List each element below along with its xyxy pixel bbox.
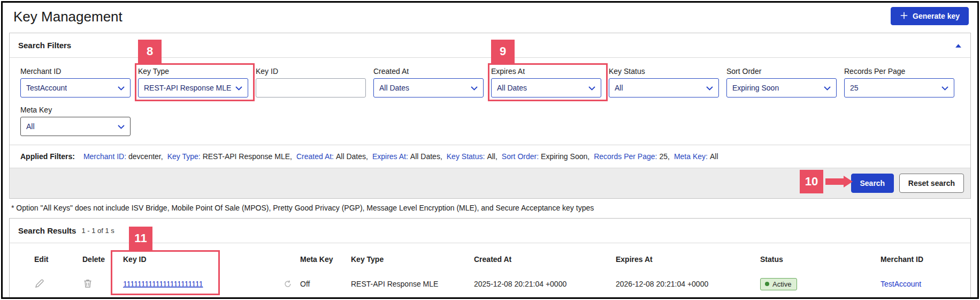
filter-sort-order: Sort Order Expiring Soon xyxy=(726,66,837,98)
records-per-page-label: Records Per Page xyxy=(844,66,954,76)
chevron-down-icon xyxy=(235,83,242,93)
key-type-cell: REST-API Response MLE xyxy=(350,280,473,288)
all-keys-footnote: * Option "All Keys" does not include ISV… xyxy=(11,203,969,213)
search-filters-title: Search Filters xyxy=(18,41,71,50)
expires-at-label: Expires At xyxy=(491,66,601,76)
applied-filter-value: Expiring Soon, xyxy=(541,152,589,161)
applied-filter-label: Meta Key: xyxy=(674,152,708,161)
applied-filter-label: Key Type: xyxy=(167,152,201,161)
expires-at-cell: 2026-12-08 20:21:04 +0000 xyxy=(615,280,759,288)
merchant-id-cell: TestAccount xyxy=(879,280,970,288)
chevron-down-icon xyxy=(118,122,125,131)
meta-key-cell: Off xyxy=(299,280,350,288)
applied-filter-value: devcenter, xyxy=(128,152,163,161)
chevron-down-icon xyxy=(941,83,948,93)
merchant-id-link[interactable]: TestAccount xyxy=(881,280,921,288)
status-badge: Active xyxy=(760,278,797,290)
applied-filter-value: All xyxy=(710,152,718,161)
chevron-down-icon xyxy=(118,83,125,93)
column-header-created-at: Created At xyxy=(473,255,615,264)
applied-filter-label: Created At: xyxy=(296,152,334,161)
pencil-icon xyxy=(34,282,45,290)
filter-row-1: Merchant ID TestAccount Key Type REST-AP… xyxy=(20,66,963,98)
applied-filter-value: 25, xyxy=(659,152,669,161)
applied-filter-value: All Dates, xyxy=(336,152,368,161)
filter-row-2: Meta Key All xyxy=(20,105,963,136)
sort-order-select[interactable]: Expiring Soon xyxy=(726,78,837,98)
generate-key-label: Generate key xyxy=(913,12,960,20)
column-header-status: Status xyxy=(759,255,879,264)
table-header-row: Edit Delete Key ID Meta Key Key Type Cre… xyxy=(10,243,970,270)
key-type-select[interactable]: REST-API Response MLE xyxy=(138,78,248,98)
applied-filter-label: Expires At: xyxy=(372,152,408,161)
applied-filter-label: Key Status: xyxy=(447,152,485,161)
search-filters-header[interactable]: Search Filters xyxy=(10,33,970,58)
column-header-expires-at: Expires At xyxy=(615,255,759,264)
sort-order-label: Sort Order xyxy=(726,66,837,76)
filter-merchant-id: Merchant ID TestAccount xyxy=(20,66,131,98)
filter-created-at: Created At All Dates xyxy=(373,66,484,98)
records-per-page-select[interactable]: 25 xyxy=(844,78,954,98)
column-header-edit: Edit xyxy=(18,255,66,264)
table-row: 1111111111111111111111 Off REST-API Resp… xyxy=(10,270,970,298)
search-results-title: Search Results xyxy=(18,226,76,235)
key-id-cell: 1111111111111111111111 xyxy=(114,280,275,288)
expires-at-select[interactable]: All Dates xyxy=(491,78,601,98)
applied-filter-label: Merchant ID: xyxy=(83,152,126,161)
edit-button[interactable] xyxy=(34,278,45,289)
merchant-id-label: Merchant ID xyxy=(20,66,131,76)
column-header-delete: Delete xyxy=(66,255,114,264)
key-management-page: Key Management Generate key Search Filte… xyxy=(1,1,979,299)
key-type-label: Key Type xyxy=(138,66,248,76)
filter-key-status: Key Status All xyxy=(609,66,719,98)
filter-key-id: Key ID xyxy=(256,66,366,98)
trash-icon xyxy=(82,282,93,290)
rotate-cell xyxy=(275,279,299,289)
delete-cell xyxy=(66,278,114,290)
meta-key-label: Meta Key xyxy=(20,105,131,115)
applied-filters-heading: Applied Filters: xyxy=(20,152,75,161)
search-results-header: Search Results 1 - 1 of 1 s xyxy=(10,219,970,243)
key-id-input[interactable] xyxy=(256,78,366,98)
results-table: Edit Delete Key ID Meta Key Key Type Cre… xyxy=(10,243,970,298)
column-header-key-type: Key Type xyxy=(350,255,473,264)
applied-filter-value: All Dates, xyxy=(410,152,442,161)
page-header: Key Management Generate key xyxy=(3,3,977,31)
merchant-id-select[interactable]: TestAccount xyxy=(20,78,131,98)
reset-search-button[interactable]: Reset search xyxy=(899,174,964,193)
key-status-select[interactable]: All xyxy=(609,78,719,98)
filter-key-type: Key Type REST-API Response MLE xyxy=(138,66,248,98)
chevron-down-icon xyxy=(588,83,595,93)
edit-cell xyxy=(18,278,66,290)
generate-key-button[interactable]: Generate key xyxy=(891,7,969,25)
plus-icon xyxy=(900,11,908,21)
filter-meta-key: Meta Key All xyxy=(20,105,131,136)
applied-filters: Applied Filters:Merchant ID:devcenter,Ke… xyxy=(10,145,970,168)
collapse-caret-icon[interactable] xyxy=(955,41,962,50)
chevron-down-icon xyxy=(706,83,713,93)
search-results-panel: Search Results 1 - 1 of 1 s Edit Delete … xyxy=(9,218,971,298)
delete-button[interactable] xyxy=(82,278,93,289)
rotate-key-button[interactable] xyxy=(283,279,293,289)
status-dot-icon xyxy=(765,282,769,286)
column-header-meta-key: Meta Key xyxy=(299,255,350,264)
column-header-key-id: Key ID xyxy=(114,255,275,264)
search-filters-panel: Search Filters Merchant ID TestAccount K… xyxy=(9,33,971,199)
page-title: Key Management xyxy=(13,7,122,26)
applied-filter-label: Records Per Page: xyxy=(594,152,657,161)
status-label: Active xyxy=(772,280,791,288)
chevron-down-icon xyxy=(471,83,478,93)
chevron-down-icon xyxy=(824,83,831,93)
filters-body: Merchant ID TestAccount Key Type REST-AP… xyxy=(10,58,970,136)
created-at-label: Created At xyxy=(373,66,484,76)
column-header-merchant-id: Merchant ID xyxy=(879,255,970,264)
created-at-select[interactable]: All Dates xyxy=(373,78,484,98)
search-button[interactable]: Search xyxy=(851,174,894,193)
meta-key-select[interactable]: All xyxy=(20,117,131,136)
applied-filter-label: Sort Order: xyxy=(502,152,539,161)
rotate-icon xyxy=(283,282,293,290)
key-id-link[interactable]: 1111111111111111111111 xyxy=(123,280,203,288)
filter-expires-at: Expires At All Dates xyxy=(491,66,601,98)
applied-filter-value: All, xyxy=(487,152,497,161)
key-status-label: Key Status xyxy=(609,66,719,76)
